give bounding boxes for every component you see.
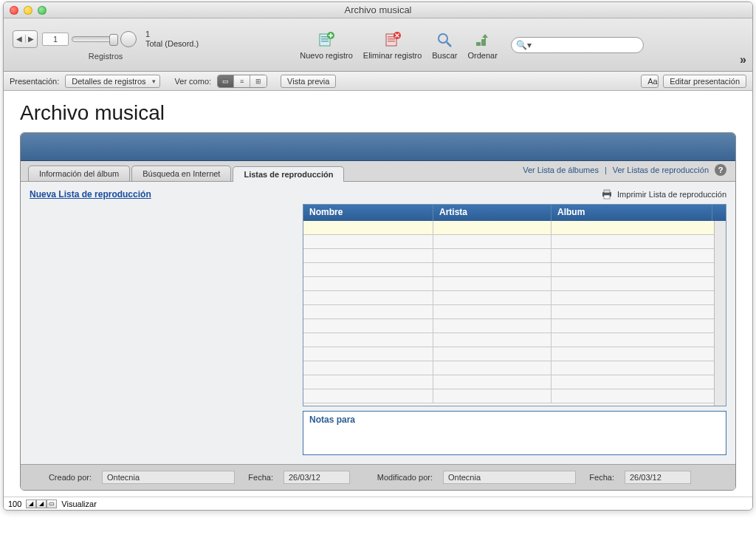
record-number-input[interactable]: 1 xyxy=(42,33,69,46)
edit-layout-label: Editar presentación xyxy=(670,77,740,86)
record-pie-icon[interactable] xyxy=(120,31,137,47)
zoom-window[interactable] xyxy=(38,6,47,15)
svg-rect-2 xyxy=(321,38,329,40)
view-list-icon[interactable]: ≡ xyxy=(234,75,250,87)
notes-box[interactable]: Notas para xyxy=(303,411,726,455)
presentation-value: Detalles de registros xyxy=(72,77,145,86)
presentation-dropdown[interactable]: Detalles de registros xyxy=(65,75,159,88)
created-date-label: Fecha: xyxy=(241,471,278,483)
table-row[interactable] xyxy=(303,375,726,389)
status-bar: 100 ◢ ◢ ▭ Visualizar xyxy=(4,497,752,510)
table-row[interactable] xyxy=(303,333,726,347)
page-title: Archivo musical xyxy=(20,101,736,125)
svg-rect-8 xyxy=(388,41,395,42)
new-record-button[interactable]: Nuevo registro xyxy=(300,30,353,60)
window-title: Archivo musical xyxy=(344,4,411,16)
tracks-table: Nombre Artista Album xyxy=(303,204,726,406)
modified-date-value: 26/03/12 xyxy=(625,471,691,484)
toolbar: ◀ ▶ 1 1 Total (Desord.) Registros xyxy=(4,18,752,72)
print-playlist-label: Imprimir Lista de reproducción xyxy=(617,190,726,199)
table-row[interactable] xyxy=(303,361,726,375)
printer-icon xyxy=(601,189,613,200)
view-table-icon[interactable]: ⊞ xyxy=(250,75,267,87)
presentation-label: Presentación: xyxy=(10,77,59,86)
link-separator: | xyxy=(605,166,607,174)
delete-record-label: Eliminar registro xyxy=(363,51,422,60)
table-row[interactable] xyxy=(303,305,726,319)
sort-icon xyxy=(473,30,492,50)
table-row[interactable] xyxy=(303,319,726,333)
svg-rect-7 xyxy=(388,38,395,40)
record-slider[interactable] xyxy=(72,36,116,42)
table-row[interactable] xyxy=(303,263,726,277)
col-scroll-gutter xyxy=(712,205,726,221)
col-header-nombre[interactable]: Nombre xyxy=(303,205,433,221)
created-by-label: Creado por: xyxy=(30,471,96,483)
prev-record-icon[interactable]: ◀ xyxy=(13,35,26,43)
aa-label: Aa xyxy=(647,77,657,86)
close-window[interactable] xyxy=(10,6,18,15)
tab-playlists[interactable]: Listas de reproducción xyxy=(233,166,344,182)
created-by-value: Ontecnia xyxy=(102,471,235,484)
help-icon[interactable]: ? xyxy=(715,164,726,176)
find-icon xyxy=(435,30,454,50)
svg-rect-12 xyxy=(476,42,481,46)
table-row[interactable] xyxy=(303,347,726,361)
mode-icon[interactable]: ▭ xyxy=(47,499,57,508)
new-record-icon xyxy=(317,30,336,50)
zoom-in-icon[interactable]: ◢ xyxy=(36,499,47,508)
print-playlist-button[interactable]: Imprimir Lista de reproducción xyxy=(601,189,726,200)
table-row[interactable] xyxy=(303,235,726,249)
playlist-list-area xyxy=(30,204,303,455)
created-date-value: 26/03/12 xyxy=(284,471,350,484)
record-nav-buttons[interactable]: ◀ ▶ xyxy=(13,30,38,48)
edit-layout-button[interactable]: Editar presentación xyxy=(663,75,746,88)
find-button[interactable]: Buscar xyxy=(432,30,457,60)
view-form-icon[interactable]: ▭ xyxy=(218,75,234,87)
delete-record-button[interactable]: Eliminar registro xyxy=(363,30,422,60)
zoom-value[interactable]: 100 xyxy=(8,499,21,508)
notes-header: Notas para xyxy=(303,412,726,428)
zoom-out-icon[interactable]: ◢ xyxy=(26,499,36,508)
view-as-label: Ver como: xyxy=(175,77,212,86)
view-mode-segmented[interactable]: ▭ ≡ ⊞ xyxy=(217,75,267,88)
main-panel: Información del álbum Búsqueda en Intern… xyxy=(20,132,736,491)
col-header-artista[interactable]: Artista xyxy=(433,205,551,221)
layout-bar: Presentación: Detalles de registros Ver … xyxy=(4,72,752,91)
modified-by-value: Ontecnia xyxy=(443,471,576,484)
table-row[interactable] xyxy=(303,221,726,235)
toolbar-overflow-icon[interactable]: » xyxy=(740,53,746,67)
next-record-icon[interactable]: ▶ xyxy=(26,35,38,43)
table-scrollbar[interactable] xyxy=(714,221,726,406)
table-row[interactable] xyxy=(303,389,726,403)
mode-label[interactable]: Visualizar xyxy=(61,499,97,508)
table-row[interactable] xyxy=(303,277,726,291)
modified-date-label: Fecha: xyxy=(582,471,619,483)
quick-search-input[interactable]: 🔍▾ xyxy=(511,37,644,53)
sort-state: Total (Desord.) xyxy=(145,39,199,49)
tab-internet-search[interactable]: Búsqueda en Internet xyxy=(131,166,231,181)
svg-rect-16 xyxy=(604,195,610,199)
found-count: 1 xyxy=(145,30,199,39)
titlebar: Archivo musical xyxy=(4,2,752,18)
panel-footer: Creado por: Ontecnia Fecha: 26/03/12 Mod… xyxy=(21,464,735,490)
svg-rect-3 xyxy=(321,41,329,42)
col-header-album[interactable]: Album xyxy=(551,205,712,221)
new-record-label: Nuevo registro xyxy=(300,51,353,60)
preview-label: Vista previa xyxy=(287,77,329,86)
records-label: Registros xyxy=(89,52,123,61)
table-row[interactable] xyxy=(303,249,726,263)
preview-button[interactable]: Vista previa xyxy=(281,75,336,88)
svg-line-11 xyxy=(447,42,451,47)
view-playlists-link[interactable]: Ver Listas de reproducción xyxy=(613,166,709,174)
new-playlist-link[interactable]: Nueva Lista de reproducción xyxy=(30,189,151,200)
sort-button[interactable]: Ordenar xyxy=(468,30,498,60)
view-albums-link[interactable]: Ver Lista de álbumes xyxy=(523,166,599,174)
tab-album-info[interactable]: Información del álbum xyxy=(28,166,130,181)
sort-label: Ordenar xyxy=(468,51,498,60)
tracks-table-body[interactable] xyxy=(303,221,726,406)
svg-rect-15 xyxy=(604,190,610,193)
formatting-bar-toggle[interactable]: Aa xyxy=(641,75,659,88)
table-row[interactable] xyxy=(303,291,726,305)
minimize-window[interactable] xyxy=(24,6,32,15)
